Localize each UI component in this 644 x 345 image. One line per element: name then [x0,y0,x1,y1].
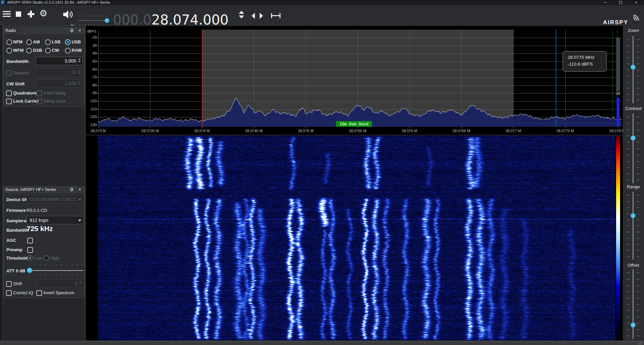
zoom-slider-track[interactable] [633,36,634,103]
close-button[interactable]: × [632,0,641,5]
mode-radio-raw[interactable] [65,48,71,53]
squelch-checkbox[interactable] [6,70,12,76]
quadrature-checkbox[interactable] [6,90,12,96]
tune-right-button[interactable] [260,13,263,19]
pin-icon[interactable] [70,188,74,192]
volume-tick [94,15,94,17]
quadrature-label: Quadrature [13,90,37,95]
contrast-slider-tick [637,123,639,124]
offset-slider-tick [637,329,639,330]
mode-radio-usb[interactable] [65,39,71,45]
mode-radio-am[interactable] [26,39,32,45]
panel-close-icon[interactable]: × [78,187,81,192]
contrast-slider-tick [637,129,639,130]
snap-step-button[interactable] [271,13,280,18]
pin-icon[interactable] [70,29,74,33]
samplerate-dropdown[interactable]: 912 ksps [27,216,84,224]
add-button[interactable] [28,11,34,17]
offset-slider-thumb[interactable] [631,322,636,328]
zoom-slider-tick [627,45,630,46]
range-slider-thumb[interactable] [631,213,636,218]
maximize-button[interactable] [616,0,625,5]
zoom-scroll-thumb[interactable] [616,98,620,126]
volume-slider-thumb[interactable] [105,18,109,23]
volume-tick [100,15,100,17]
lock-carrier-checkbox[interactable] [6,99,12,104]
mode-radio-dsb[interactable] [26,48,32,53]
range-slider-tick [627,214,630,214]
att-slider-track[interactable] [27,270,83,271]
offset-slider-tick [637,272,639,273]
settings-button[interactable]: ⚙ [39,10,47,17]
x-axis-tick-label: 28.0765 M [449,129,474,133]
mode-radio-nfm[interactable] [6,39,12,45]
bandwidth-spinner[interactable] [78,58,81,64]
cursor-tooltip: 28.0775 MHz -110.6 dBFS [563,51,607,72]
contrast-slider-track[interactable] [633,113,634,183]
offset-slider-track[interactable] [633,269,634,339]
range-slider-track[interactable] [633,192,634,260]
agc-checkbox[interactable] [27,238,33,243]
anti-fading-checkbox [36,90,42,96]
x-axis-tick-label: 28.0735 M [138,129,162,133]
contrast-slider-tick [627,161,630,162]
offset-slider-tick [627,310,630,311]
contrast-slider-tick [637,148,639,149]
chevron-down-icon [78,199,81,201]
panel-close-icon[interactable]: × [78,28,81,33]
source-panel: Source: AIRSPY HF+ Series × Device SN DD… [3,186,85,298]
bandwidth-value[interactable]: 3,000 [65,58,76,64]
volume-tick [100,24,100,26]
shift-field: 0 [37,279,84,288]
correct-iq-checkbox[interactable] [6,290,12,296]
radio-panel-header[interactable]: Radio × [3,28,84,34]
zoom-slider-tick [627,58,630,58]
stop-button[interactable] [16,11,21,17]
volume-icon[interactable] [63,9,75,20]
preamp-checkbox[interactable] [27,247,33,253]
bandwidth-field[interactable]: 3,000 [36,57,83,65]
mode-radio-cw[interactable] [45,48,51,53]
waterfall-display[interactable] [98,136,615,340]
zoom-scroll-track[interactable] [616,38,620,91]
samplerate-value[interactable]: 912 ksps [30,218,48,223]
frequency-digits[interactable]: 28.074.000 [152,12,229,28]
range-slider-tick [627,250,630,251]
att-tick [51,264,51,266]
minimize-button[interactable] [600,0,610,5]
contrast-slider-tick [627,174,630,174]
shift-checkbox[interactable] [6,281,12,287]
range-slider-tick [637,195,639,196]
frequency-dim-digits[interactable]: 000.0 [113,12,152,28]
source-panel-header[interactable]: Source: AIRSPY HF+ Series × [3,187,84,193]
range-slider-tick [627,207,630,208]
resize-grip[interactable] [641,343,642,344]
step-down-icon[interactable] [239,15,244,18]
mode-radio-wfm[interactable] [6,48,12,53]
invert-spectrum-checkbox[interactable] [36,290,42,296]
step-up-icon[interactable] [239,11,244,14]
gear-icon: ⚙ [39,10,47,17]
offset-slider-tick [637,304,639,305]
mode-label-wfm: WFM [13,48,24,53]
offset-slider-tick [627,298,630,298]
radio-panel-title: Radio [5,28,18,33]
y-axis-tick-label: -90 [86,91,97,95]
mode-radio-lsb[interactable] [45,39,51,45]
range-slider-tick [637,250,639,251]
contrast-slider-thumb[interactable] [631,136,636,141]
att-tick [29,264,30,266]
range-slider-tick [637,256,639,257]
spectrum-plot[interactable] [86,26,623,135]
zoom-slider-tick [637,76,639,76]
contrast-slider-label: Contrast [623,106,644,111]
att-slider-thumb[interactable] [27,268,32,273]
zoom-slider-thumb[interactable] [631,65,636,70]
tune-left-button[interactable] [252,13,255,19]
contrast-slider-tick [627,142,630,143]
y-axis-tick-label: -110 [86,107,97,111]
menu-button[interactable] [3,11,11,17]
arrow-right-icon [260,13,263,19]
frequency-step-buttons[interactable] [239,11,244,18]
offset-slider-tick [627,304,630,305]
